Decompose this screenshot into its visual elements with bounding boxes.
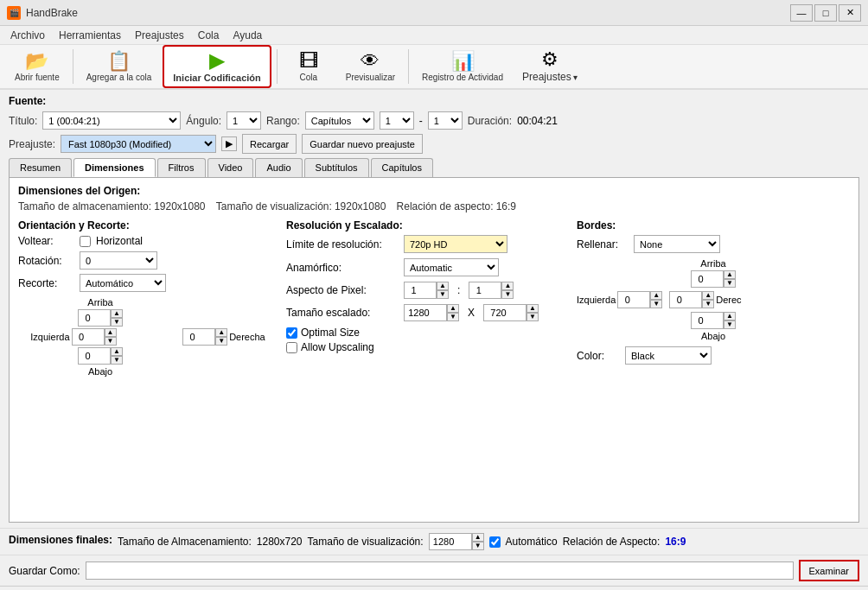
fill-select[interactable]: None bbox=[634, 235, 720, 253]
crop-top-down[interactable]: ▼ bbox=[111, 318, 123, 327]
presets-button[interactable]: ⚙ Preajustes ▾ bbox=[514, 47, 585, 86]
crop-right-down[interactable]: ▼ bbox=[215, 337, 227, 346]
preset-arrow[interactable]: ▶ bbox=[221, 136, 237, 151]
close-button[interactable]: ✕ bbox=[839, 4, 861, 22]
crop-top-input[interactable] bbox=[78, 309, 111, 327]
crop-bottom-up[interactable]: ▲ bbox=[111, 347, 123, 356]
crop-right-up[interactable]: ▲ bbox=[215, 328, 227, 337]
crop-grid-container: Arriba ▲ ▼ bbox=[27, 297, 269, 377]
tab-dimensiones[interactable]: Dimensiones bbox=[73, 158, 155, 177]
range-from-select[interactable]: 1 bbox=[380, 111, 414, 130]
add-queue-icon: 📋 bbox=[107, 52, 131, 71]
res-limit-select[interactable]: 720p HD bbox=[404, 235, 507, 253]
scaled-width-input[interactable] bbox=[404, 304, 447, 321]
crop-top-up[interactable]: ▲ bbox=[111, 309, 123, 318]
anamorphic-select[interactable]: Automatic bbox=[404, 258, 499, 276]
scaled-height-input[interactable] bbox=[483, 304, 527, 321]
pixel-aspect-2-up[interactable]: ▲ bbox=[501, 282, 514, 290]
browse-button[interactable]: Examinar bbox=[799, 560, 859, 581]
border-left-up[interactable]: ▲ bbox=[650, 291, 662, 300]
tab-subtitulos[interactable]: Subtítulos bbox=[304, 158, 369, 177]
preset-select[interactable]: Fast 1080p30 (Modified) bbox=[61, 135, 216, 153]
maximize-button[interactable]: □ bbox=[814, 4, 837, 22]
scaled-width-up[interactable]: ▲ bbox=[447, 304, 459, 313]
izquierda-crop-label: Izquierda bbox=[30, 332, 69, 342]
queue-button[interactable]: 🎞 Cola bbox=[283, 48, 335, 86]
border-right-input[interactable] bbox=[669, 291, 702, 308]
tab-audio[interactable]: Audio bbox=[255, 158, 302, 177]
start-encode-button[interactable]: ▶ Iniciar Codificación bbox=[163, 45, 271, 88]
allow-upscaling-checkbox[interactable] bbox=[286, 342, 297, 353]
border-right-up[interactable]: ▲ bbox=[702, 291, 714, 300]
scaled-height-down[interactable]: ▼ bbox=[527, 313, 539, 321]
flip-label: Voltear: bbox=[18, 235, 74, 247]
border-top-down[interactable]: ▼ bbox=[724, 279, 736, 288]
menu-cola[interactable]: Cola bbox=[191, 28, 227, 43]
menu-archivo[interactable]: Archivo bbox=[3, 28, 52, 43]
title-select[interactable]: 1 (00:04:21) bbox=[42, 111, 181, 130]
scaled-width-down[interactable]: ▼ bbox=[447, 313, 459, 321]
final-display-down[interactable]: ▼ bbox=[472, 542, 484, 550]
crop-bottom-down[interactable]: ▼ bbox=[111, 356, 123, 365]
pixel-aspect-1-input[interactable] bbox=[404, 282, 437, 299]
scaled-height-up[interactable]: ▲ bbox=[527, 304, 539, 313]
border-left-down[interactable]: ▼ bbox=[650, 300, 662, 308]
tab-video[interactable]: Video bbox=[207, 158, 254, 177]
crop-right-input[interactable] bbox=[182, 328, 215, 346]
final-dims-title: Dimensiones finales: bbox=[9, 534, 112, 546]
pixel-aspect-2-down[interactable]: ▼ bbox=[501, 290, 514, 299]
border-top-up[interactable]: ▲ bbox=[724, 270, 736, 279]
save-label: Guardar Como: bbox=[9, 565, 80, 577]
border-top-input[interactable] bbox=[691, 270, 724, 288]
preview-button[interactable]: 👁 Previsualizar bbox=[338, 48, 403, 86]
crop-left-down[interactable]: ▼ bbox=[105, 337, 117, 346]
scaled-size-row: Tamaño escalado: ▲ ▼ X ▲ ▼ bbox=[286, 304, 559, 321]
color-select[interactable]: Black bbox=[625, 346, 712, 365]
crop-select[interactable]: Automático bbox=[80, 274, 166, 292]
pixel-aspect-1-up[interactable]: ▲ bbox=[437, 282, 449, 290]
minimize-button[interactable]: — bbox=[790, 4, 813, 22]
title-bar: 🎬 HandBrake — □ ✕ bbox=[0, 0, 868, 26]
range-select[interactable]: Capítulos bbox=[305, 111, 374, 130]
tab-capitulos[interactable]: Capítulos bbox=[371, 158, 433, 177]
activity-button[interactable]: 📊 Registro de Actividad bbox=[414, 48, 511, 86]
menu-herramientas[interactable]: Herramientas bbox=[52, 28, 128, 43]
add-queue-button[interactable]: 📋 Agregar a la cola bbox=[79, 48, 160, 86]
angle-select[interactable]: 1 bbox=[227, 111, 261, 130]
save-path-input[interactable] bbox=[86, 561, 794, 580]
border-bottom-down[interactable]: ▼ bbox=[724, 320, 736, 329]
abajo-border-label: Abajo bbox=[701, 331, 725, 341]
pixel-aspect-1-down[interactable]: ▼ bbox=[437, 290, 449, 299]
source-row: Fuente: bbox=[9, 95, 859, 107]
rotation-select[interactable]: 0 bbox=[80, 251, 157, 270]
derecha-crop-label: Derecha bbox=[229, 332, 265, 342]
pixel-aspect-2-input[interactable] bbox=[469, 282, 501, 299]
allow-upscaling-row: Allow Upscaling bbox=[286, 341, 559, 353]
flip-checkbox[interactable] bbox=[80, 236, 91, 247]
anamorphic-row: Anamórfico: Automatic bbox=[286, 258, 559, 276]
res-limit-label: Límite de resolución: bbox=[286, 238, 399, 251]
reload-button[interactable]: Recargar bbox=[242, 134, 297, 154]
crop-left-input[interactable] bbox=[72, 328, 105, 346]
crop-left-up[interactable]: ▲ bbox=[105, 328, 117, 337]
border-bottom-input[interactable] bbox=[691, 312, 724, 329]
tab-resumen[interactable]: Resumen bbox=[9, 158, 72, 177]
border-left-input[interactable] bbox=[617, 291, 650, 308]
angle-label: Ángulo: bbox=[186, 115, 221, 127]
menu-ayuda[interactable]: Ayuda bbox=[226, 28, 269, 43]
range-to-select[interactable]: 1 bbox=[428, 111, 463, 130]
open-source-button[interactable]: 📂 Abrir fuente bbox=[7, 48, 67, 86]
save-preset-button[interactable]: Guardar nuevo preajuste bbox=[302, 134, 423, 154]
border-bottom-up[interactable]: ▲ bbox=[724, 312, 736, 320]
menu-preajustes[interactable]: Preajustes bbox=[128, 28, 191, 43]
tab-filtros[interactable]: Filtros bbox=[157, 158, 206, 177]
final-display-up[interactable]: ▲ bbox=[472, 533, 484, 542]
queue-label: Cola bbox=[299, 73, 317, 82]
crop-row: Recorte: Automático bbox=[18, 274, 269, 292]
optimal-size-label: Optimal Size bbox=[301, 327, 360, 339]
final-display-input[interactable] bbox=[429, 533, 472, 550]
border-right-down[interactable]: ▼ bbox=[702, 300, 714, 308]
optimal-size-checkbox[interactable] bbox=[286, 327, 297, 339]
crop-bottom-input[interactable] bbox=[78, 347, 111, 365]
auto-checkbox[interactable] bbox=[489, 536, 501, 548]
